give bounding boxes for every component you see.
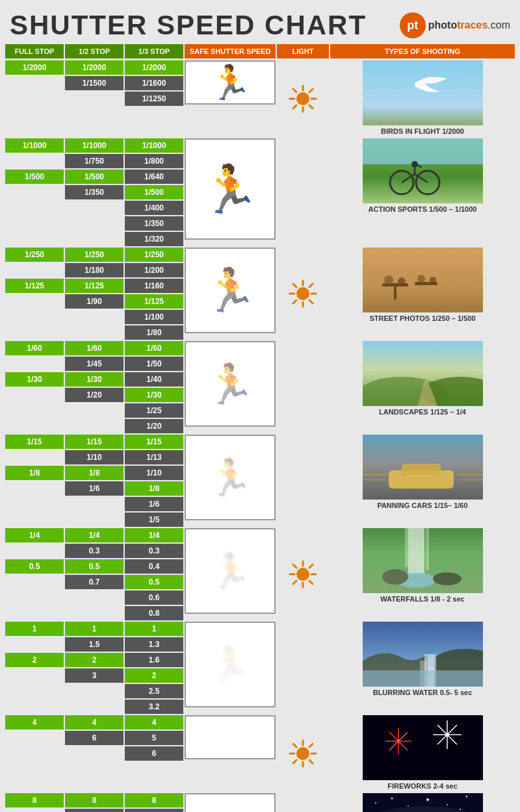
speed-third-1-1250: 1/1250 bbox=[125, 92, 183, 106]
third-stop-fireworks: 4 5 6 bbox=[125, 715, 183, 792]
runner-waterfalls: 🏃 bbox=[209, 552, 252, 591]
third-stop-stars: 8 10 13 15 20 bbox=[125, 793, 183, 812]
svg-point-92 bbox=[391, 798, 393, 800]
svg-point-96 bbox=[465, 796, 467, 798]
speed-third-1-1600: 1/1600 bbox=[125, 76, 183, 90]
photo-action bbox=[363, 138, 483, 203]
safe-shutter-fireworks bbox=[185, 715, 276, 759]
speed-half-1-2000: 1/2000 bbox=[65, 60, 124, 75]
full-stop-landscape: 1/60 1/30 bbox=[5, 341, 64, 433]
safe-shutter-panning: 🏃 bbox=[185, 435, 276, 520]
svg-point-56 bbox=[382, 569, 408, 585]
page: SHUTTER SPEED CHART pt phototraces.com F… bbox=[0, 0, 520, 812]
light-fireworks bbox=[277, 715, 329, 792]
shooting-fireworks: FIREWORKS 2-4 sec bbox=[330, 715, 515, 792]
logo-letters: pt bbox=[407, 19, 418, 32]
svg-line-68 bbox=[309, 760, 313, 763]
svg-point-31 bbox=[430, 277, 436, 283]
svg-line-20 bbox=[293, 284, 296, 287]
svg-line-8 bbox=[293, 105, 296, 108]
svg-point-95 bbox=[447, 804, 448, 806]
svg-line-70 bbox=[293, 760, 296, 763]
logo-bold: photo bbox=[428, 19, 457, 31]
svg-rect-26 bbox=[394, 286, 396, 299]
full-stop-blurwater: 1 2 bbox=[5, 622, 64, 714]
half-stop-landscape: 1/60 1/45 1/30 1/20 bbox=[65, 341, 124, 433]
half-stop-fireworks: 4 6 bbox=[65, 715, 124, 792]
light-panning bbox=[277, 435, 329, 527]
photo-birds bbox=[363, 60, 483, 125]
col-safe-shutter: SAFE SHUTTER SPEED bbox=[185, 44, 276, 58]
svg-rect-9 bbox=[363, 60, 483, 125]
logo: pt phototraces.com bbox=[400, 12, 510, 38]
shooting-stars: STARS 15 - 25 sec bbox=[330, 793, 515, 812]
runner-action: 🏃 bbox=[201, 162, 259, 217]
col-types: TYPES OF SHOOTING bbox=[330, 44, 515, 58]
photo-panning bbox=[363, 435, 483, 500]
svg-rect-41 bbox=[460, 479, 483, 481]
logo-icon: pt bbox=[400, 12, 426, 38]
page-title: SHUTTER SPEED CHART bbox=[10, 10, 367, 41]
sun-icon-fireworks bbox=[287, 738, 318, 769]
half-stop-stars: 8 10 15 20 bbox=[65, 793, 124, 812]
svg-point-94 bbox=[426, 798, 429, 801]
section-panning: 1/15 1/8 1/15 1/10 1/8 1/6 1/15 1/13 1/1… bbox=[0, 435, 520, 528]
speed-full-1-2000: 1/2000 bbox=[5, 60, 64, 75]
full-stop-stars: 8 15 bbox=[5, 793, 64, 812]
full-stop-fireworks: 4 bbox=[5, 715, 64, 792]
section-street: 1/250 1/125 1/250 1/180 1/125 1/90 1/250… bbox=[0, 247, 520, 341]
shooting-street: STREET PHOTOS 1/250 – 1/500 bbox=[330, 247, 515, 340]
light-action bbox=[277, 138, 329, 246]
col-half-stop: 1/2 STOP bbox=[65, 44, 124, 58]
photo-blurwater bbox=[363, 622, 483, 687]
svg-line-49 bbox=[309, 565, 313, 568]
speed-half-1-1500: 1/1500 bbox=[65, 76, 124, 90]
svg-line-48 bbox=[309, 581, 313, 584]
third-stop-blurwater: 1 1.3 1.6 2 2.5 3.2 bbox=[125, 622, 183, 714]
svg-rect-37 bbox=[402, 464, 441, 476]
section-birds: 1/2000 1/2000 1/1500 1/2000 1/1600 1/125… bbox=[0, 60, 520, 138]
half-stop-action: 1/1000 1/750 1/500 1/350 bbox=[65, 138, 124, 246]
photo-stars bbox=[363, 793, 483, 812]
logo-brand: phototraces.com bbox=[428, 19, 510, 31]
photo-fireworks bbox=[363, 715, 483, 780]
svg-line-22 bbox=[309, 284, 313, 287]
svg-point-14 bbox=[411, 161, 418, 168]
sun-icon-waterfalls bbox=[287, 559, 318, 590]
light-landscape bbox=[277, 341, 329, 433]
shooting-landscape: LANDSCAPES 1/125 – 1/4 bbox=[330, 341, 515, 433]
svg-rect-39 bbox=[363, 479, 385, 481]
svg-point-27 bbox=[384, 275, 393, 285]
label-birds: BIRDS IN FLIGHT 1/2000 bbox=[381, 125, 464, 137]
header: SHUTTER SPEED CHART pt phototraces.com bbox=[0, 0, 520, 44]
full-stop-birds: 1/2000 bbox=[5, 60, 64, 137]
third-stop-birds: 1/2000 1/1600 1/1250 bbox=[125, 60, 183, 137]
sun-icon-street bbox=[287, 278, 318, 309]
third-stop-waterfalls: 1/4 0.3 0.4 0.5 0.6 0.8 bbox=[125, 528, 183, 620]
svg-point-28 bbox=[398, 277, 406, 285]
section-landscape: 1/60 1/30 1/60 1/45 1/30 1/20 1/60 1/50 … bbox=[0, 341, 520, 435]
half-stop-birds: 1/2000 1/1500 bbox=[65, 60, 124, 137]
col-third-stop: 1/3 STOP bbox=[125, 44, 183, 58]
light-birds bbox=[277, 60, 329, 137]
shooting-panning: PANNING CARS 1/15– 1/60 bbox=[330, 435, 515, 527]
shooting-waterfalls: WATERFALLS 1/8 - 2 sec bbox=[330, 528, 515, 620]
third-stop-panning: 1/15 1/13 1/10 1/8 1/6 1/5 bbox=[125, 435, 183, 527]
full-stop-action: 1/1000 1/500 bbox=[5, 138, 64, 246]
label-panning: PANNING CARS 1/15– 1/60 bbox=[377, 500, 467, 511]
safe-shutter-landscape: 🏃 bbox=[185, 341, 276, 427]
safe-shutter-waterfalls: 🏃 bbox=[185, 528, 276, 614]
safe-shutter-birds: 🏃 bbox=[185, 60, 276, 105]
runner-panning: 🏃 bbox=[208, 457, 253, 499]
svg-line-21 bbox=[309, 300, 313, 303]
svg-line-5 bbox=[293, 89, 296, 92]
svg-point-57 bbox=[433, 572, 462, 585]
svg-rect-40 bbox=[457, 474, 483, 476]
svg-line-23 bbox=[293, 300, 296, 303]
svg-point-91 bbox=[375, 802, 376, 804]
third-stop-action: 1/1000 1/800 1/640 1/500 1/400 1/350 1/3… bbox=[125, 138, 183, 246]
light-waterfalls bbox=[277, 528, 329, 620]
col-full-stop: FULL STOP bbox=[5, 44, 64, 58]
label-street: STREET PHOTOS 1/250 – 1/500 bbox=[369, 312, 475, 324]
svg-line-47 bbox=[293, 565, 296, 568]
